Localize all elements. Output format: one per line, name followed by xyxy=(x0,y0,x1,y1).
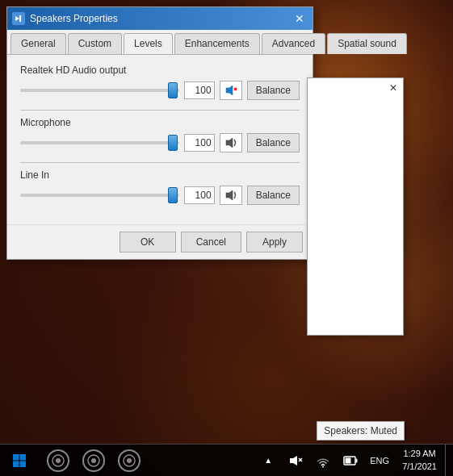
realtek-slider-container[interactable] xyxy=(20,82,179,98)
dialog-titlebar: Speakers Properties ✕ xyxy=(7,7,312,30)
svg-point-20 xyxy=(322,466,324,467)
muted-tooltip: Speakers: Muted xyxy=(317,421,405,441)
svg-marker-5 xyxy=(226,138,233,148)
separator-2 xyxy=(20,162,300,163)
realtek-volume-input[interactable]: 100 xyxy=(184,81,215,99)
microphone-slider-thumb[interactable] xyxy=(168,135,178,151)
linein-balance-button[interactable]: Balance xyxy=(247,186,300,205)
dialog-footer: OK Cancel Apply xyxy=(7,224,312,259)
dialog-title-text: Speakers Properties xyxy=(30,13,118,24)
dialog-title-group: Speakers Properties xyxy=(12,12,118,25)
tabs-container: General Custom Levels Enhancements Advan… xyxy=(7,30,312,55)
realtek-label: Realtek HD Audio output xyxy=(20,65,300,76)
realtek-balance-button[interactable]: Balance xyxy=(247,81,300,100)
chevron-icon: ▲ xyxy=(264,456,272,465)
tab-spatial-sound[interactable]: Spatial sound xyxy=(327,33,407,54)
separator-1 xyxy=(20,110,300,111)
realtek-slider-thumb[interactable] xyxy=(168,82,178,98)
taskbar-pinned-icons xyxy=(39,445,145,477)
realtek-mute-icon xyxy=(224,84,237,97)
tab-custom[interactable]: Custom xyxy=(68,33,122,54)
wifi-icon xyxy=(316,453,330,468)
linein-slider-track xyxy=(20,194,179,197)
svg-marker-6 xyxy=(226,190,233,200)
taskbar-icon-1[interactable] xyxy=(42,445,74,477)
levels-tab-content: Realtek HD Audio output 100 Balance xyxy=(7,55,312,224)
taskbar-circle-icon-3 xyxy=(118,449,141,472)
realtek-mute-button[interactable] xyxy=(220,81,242,100)
microphone-controls: 100 Balance xyxy=(20,133,300,152)
volume-muted-icon xyxy=(288,453,303,468)
taskbar-language-button[interactable]: ENG xyxy=(365,445,394,477)
svg-marker-17 xyxy=(290,456,297,466)
realtek-slider-track xyxy=(20,89,179,92)
svg-point-16 xyxy=(127,458,132,463)
taskbar-clock[interactable]: 1:29 AM 7/1/2021 xyxy=(396,448,443,473)
svg-rect-8 xyxy=(20,454,27,461)
taskbar-right-area: ▲ xyxy=(255,445,453,477)
muted-tooltip-text: Speakers: Muted xyxy=(324,425,397,436)
svg-rect-10 xyxy=(20,461,27,467)
microphone-mute-button[interactable] xyxy=(220,133,242,152)
ok-button[interactable]: OK xyxy=(120,232,176,253)
realtek-controls: 100 Balance xyxy=(20,81,300,100)
clock-time: 1:29 AM xyxy=(402,448,437,460)
svg-rect-23 xyxy=(356,458,358,462)
microphone-volume-input[interactable]: 100 xyxy=(184,134,215,152)
microphone-mute-icon xyxy=(224,136,237,149)
tab-enhancements[interactable]: Enhancements xyxy=(174,33,260,54)
battery-icon xyxy=(343,455,358,466)
taskbar-network-button[interactable] xyxy=(310,445,336,477)
speakers-properties-dialog: Speakers Properties ✕ General Custom Lev… xyxy=(6,6,313,260)
popup-titlebar: ✕ xyxy=(308,78,403,98)
svg-rect-9 xyxy=(13,461,19,467)
tab-levels[interactable]: Levels xyxy=(124,33,173,54)
taskbar-icon-2[interactable] xyxy=(78,445,110,477)
svg-marker-0 xyxy=(15,16,19,21)
taskbar-battery-button[interactable] xyxy=(338,445,363,477)
taskbar-app-icon-3 xyxy=(122,453,136,468)
microphone-level-section: Microphone 100 Balance xyxy=(20,117,300,152)
tab-advanced[interactable]: Advanced xyxy=(262,33,325,54)
svg-rect-22 xyxy=(346,457,351,463)
taskbar-chevron-button[interactable]: ▲ xyxy=(255,445,281,477)
linein-volume-input[interactable]: 100 xyxy=(184,186,215,204)
windows-logo-icon xyxy=(12,453,27,468)
taskbar-app-icon-2 xyxy=(86,453,101,468)
microphone-slider-track xyxy=(20,141,179,144)
taskbar-circle-icon-2 xyxy=(82,449,105,472)
microphone-label: Microphone xyxy=(20,117,300,128)
cancel-button[interactable]: Cancel xyxy=(181,232,241,253)
dialog-close-button[interactable]: ✕ xyxy=(292,10,308,27)
realtek-level-section: Realtek HD Audio output 100 Balance xyxy=(20,65,300,100)
svg-rect-7 xyxy=(13,454,19,461)
taskbar-circle-icon-1 xyxy=(47,449,69,472)
clock-date: 7/1/2021 xyxy=(402,461,437,473)
secondary-popup: ✕ xyxy=(307,77,404,336)
dialog-title-icon xyxy=(12,12,25,25)
taskbar-volume-button[interactable] xyxy=(283,445,308,477)
popup-close-button[interactable]: ✕ xyxy=(386,81,401,95)
taskbar-icon-3[interactable] xyxy=(113,445,145,477)
svg-marker-2 xyxy=(226,86,233,95)
microphone-balance-button[interactable]: Balance xyxy=(247,133,300,152)
show-desktop-button[interactable] xyxy=(445,445,450,477)
microphone-slider-container[interactable] xyxy=(20,135,179,151)
language-label: ENG xyxy=(370,456,389,466)
svg-point-12 xyxy=(56,458,61,463)
linein-label: Line In xyxy=(20,169,300,181)
linein-mute-icon xyxy=(224,189,237,202)
apply-button[interactable]: Apply xyxy=(246,232,303,253)
linein-mute-button[interactable] xyxy=(220,186,242,205)
taskbar-start[interactable] xyxy=(0,445,39,477)
linein-slider-container[interactable] xyxy=(20,187,179,203)
linein-level-section: Line In 100 Balance xyxy=(20,169,300,205)
taskbar: ▲ xyxy=(0,444,453,476)
taskbar-app-icon-1 xyxy=(51,453,65,468)
linein-slider-thumb[interactable] xyxy=(168,187,178,203)
svg-rect-1 xyxy=(19,15,21,22)
linein-controls: 100 Balance xyxy=(20,186,300,205)
tab-general[interactable]: General xyxy=(10,33,66,54)
svg-point-14 xyxy=(91,458,96,463)
